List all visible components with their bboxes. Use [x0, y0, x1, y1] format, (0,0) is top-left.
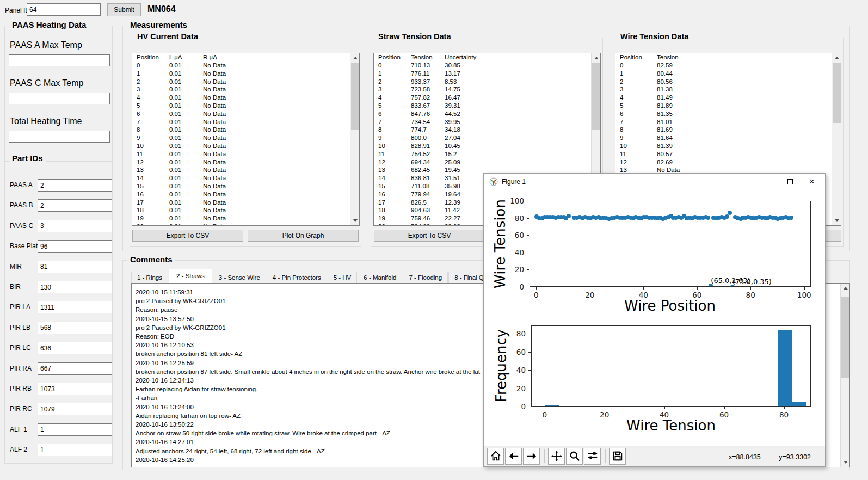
table-row[interactable]: 2 80.56	[615, 78, 841, 86]
table-row[interactable]: 6 81.35	[615, 110, 841, 118]
hv-table-scrollbar[interactable]	[350, 53, 359, 225]
table-row[interactable]: 4 757.82 16.47	[374, 94, 600, 102]
table-row[interactable]: 18 0.01 No Data	[132, 206, 359, 214]
table-row[interactable]: 10 828.91 10.45	[374, 142, 600, 150]
field-input[interactable]	[9, 131, 110, 143]
field-input[interactable]	[38, 199, 112, 212]
table-row[interactable]: 17 0.01 No Data	[132, 199, 359, 207]
comments-tab[interactable]: 1 - Rings	[131, 272, 168, 283]
table-row[interactable]: 2 933.37 8.53	[374, 78, 600, 86]
table-row[interactable]: 20 0.01 No Data	[132, 223, 359, 226]
table-row[interactable]: 0 710.13 30.85	[374, 61, 600, 70]
table-row[interactable]: 8 774.7 34.18	[374, 126, 600, 134]
scroll-thumb[interactable]	[841, 297, 849, 378]
table-row[interactable]: 10 0.01 No Data	[132, 142, 359, 150]
hv-plot-graph-button[interactable]: Plot On Graph	[248, 230, 359, 242]
submit-button[interactable]: Submit	[107, 3, 141, 16]
field-input[interactable]	[38, 179, 112, 192]
comments-tab[interactable]: 4 - Pin Protectors	[267, 272, 327, 283]
table-row[interactable]: 8 0.01 No Data	[132, 126, 359, 134]
table-row[interactable]: 14 0.01 No Data	[132, 174, 359, 182]
table-row[interactable]: 6 0.01 No Data	[132, 110, 359, 118]
field-input[interactable]	[38, 281, 112, 293]
configure-subplots-icon[interactable]	[584, 448, 601, 465]
field-input[interactable]	[38, 342, 112, 354]
field-input[interactable]	[38, 423, 112, 436]
figure-titlebar[interactable]: Figure 1 ×	[484, 174, 825, 190]
panel-id-input[interactable]	[27, 3, 101, 16]
field-input[interactable]	[38, 322, 112, 334]
scroll-thumb[interactable]	[351, 63, 359, 130]
scroll-up-arrow[interactable]	[350, 53, 360, 63]
maximize-button[interactable]	[779, 174, 801, 190]
field-input[interactable]	[38, 261, 112, 273]
scroll-thumb[interactable]	[592, 63, 600, 130]
table-row[interactable]: 9 0.01 No Data	[132, 134, 359, 142]
table-row[interactable]: 4 0.01 No Data	[132, 94, 359, 102]
field-input[interactable]	[38, 220, 112, 232]
wire-table-scrollbar[interactable]	[832, 53, 841, 225]
table-row[interactable]: 9 800.0 27.04	[374, 134, 600, 142]
scroll-up-arrow[interactable]	[841, 284, 850, 293]
table-row[interactable]: 7 0.01 No Data	[132, 118, 359, 126]
table-row[interactable]: 7 734.54 39.95	[374, 118, 600, 126]
pan-icon[interactable]	[548, 448, 565, 465]
comments-tab[interactable]: 7 - Flooding	[403, 272, 448, 283]
table-row[interactable]: 11 80.57	[615, 150, 841, 158]
table-row[interactable]: 0 0.01 No Data	[132, 61, 359, 70]
field-input[interactable]	[38, 240, 112, 253]
minimize-button[interactable]	[755, 174, 777, 190]
scroll-up-arrow[interactable]	[592, 53, 601, 63]
field-input[interactable]	[38, 301, 112, 313]
comments-tab[interactable]: 5 - HV	[328, 272, 358, 283]
table-row[interactable]: 8 81.69	[615, 126, 841, 134]
close-button[interactable]: ×	[801, 174, 823, 190]
table-row[interactable]: 3 723.58 14.75	[374, 85, 600, 94]
table-row[interactable]: 12 82.69	[615, 158, 841, 167]
hv-export-csv-button[interactable]: Export To CSV	[132, 230, 243, 242]
table-row[interactable]: 1 776.11 13.17	[374, 70, 600, 78]
table-row[interactable]: 12 694.34 25.09	[374, 158, 600, 167]
save-icon[interactable]	[609, 448, 626, 465]
scroll-down-arrow[interactable]	[841, 458, 850, 467]
field-input[interactable]	[38, 362, 112, 375]
field-input[interactable]	[38, 383, 112, 395]
table-row[interactable]: 11 0.01 No Data	[132, 150, 359, 158]
zoom-icon[interactable]	[566, 448, 583, 465]
part-id-row: PIR RC	[5, 403, 112, 415]
table-row[interactable]: 16 0.01 No Data	[132, 190, 359, 199]
scroll-down-arrow[interactable]	[832, 216, 841, 225]
comments-tab[interactable]: 6 - Manifold	[358, 272, 402, 283]
field-input[interactable]	[38, 444, 112, 456]
scroll-thumb[interactable]	[833, 63, 841, 123]
scroll-down-arrow[interactable]	[350, 216, 360, 225]
table-row[interactable]: 6 847.76 44.52	[374, 110, 600, 118]
comments-tab[interactable]: 3 - Sense Wire	[213, 272, 266, 283]
comments-scrollbar[interactable]	[840, 284, 849, 467]
table-row[interactable]: 1 0.01 No Data	[132, 70, 359, 78]
table-row[interactable]: 3 0.01 No Data	[132, 85, 359, 94]
table-row[interactable]: 9 81.64	[615, 134, 841, 142]
home-icon[interactable]	[487, 448, 504, 465]
table-row[interactable]: 5 0.01 No Data	[132, 102, 359, 110]
table-row[interactable]: 13 0.01 No Data	[132, 166, 359, 174]
table-row[interactable]: 7 81.01	[615, 118, 841, 126]
table-row[interactable]: 11 754.52 15.2	[374, 150, 600, 158]
back-icon[interactable]	[505, 448, 522, 465]
forward-icon[interactable]	[523, 448, 540, 465]
field-input[interactable]	[38, 403, 112, 415]
scroll-up-arrow[interactable]	[832, 53, 841, 63]
table-row[interactable]: 10 81.39	[615, 142, 841, 150]
table-row[interactable]: 19 0.01 No Data	[132, 214, 359, 223]
table-row[interactable]: 5 833.67 39.31	[374, 102, 600, 110]
table-row[interactable]: 4 81.49	[615, 94, 841, 102]
table-row[interactable]: 0 82.59	[615, 61, 841, 70]
comments-tab[interactable]: 2 - Straws	[169, 269, 212, 283]
table-row[interactable]: 5 81.89	[615, 102, 841, 110]
straw-export-csv-button[interactable]: Export To CSV	[374, 230, 485, 242]
table-row[interactable]: 3 81.38	[615, 85, 841, 94]
table-row[interactable]: 2 0.01 No Data	[132, 78, 359, 86]
table-row[interactable]: 15 0.01 No Data	[132, 182, 359, 190]
table-row[interactable]: 1 80.44	[615, 70, 841, 78]
table-row[interactable]: 12 0.01 No Data	[132, 158, 359, 167]
